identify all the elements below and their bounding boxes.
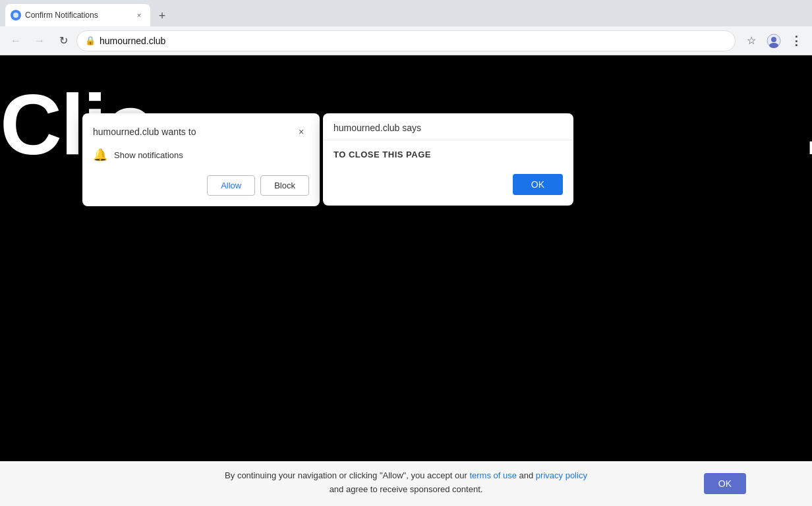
allow-button[interactable]: Allow — [207, 175, 255, 196]
address-bar[interactable]: 🔒 humourned.club — [76, 30, 736, 51]
star-button[interactable]: ☆ — [741, 30, 762, 51]
new-tab-button[interactable]: + — [153, 7, 171, 25]
js-dialog-ok-button[interactable]: OK — [513, 174, 563, 195]
footer-bar: By continuing your navigation or clickin… — [0, 461, 812, 506]
notif-popup-close-button[interactable]: × — [293, 124, 309, 140]
tab-title: Confirm Notifications — [25, 11, 129, 20]
tab-close-button[interactable]: × — [133, 9, 145, 21]
notif-description: Show notifications — [114, 150, 183, 160]
notification-permission-popup: humourned.club wants to × 🔔 Show notific… — [82, 113, 320, 206]
toolbar-actions: ☆ ⋮ — [741, 30, 807, 51]
active-tab: Confirm Notifications × — [5, 4, 150, 26]
js-dialog-header: humourned.club says — [323, 113, 573, 140]
footer-and-text: and — [519, 470, 534, 480]
reload-button[interactable]: ↻ — [53, 30, 74, 51]
js-dialog-body: TO CLOSE THIS PAGE — [323, 140, 573, 169]
js-dialog-actions: OK — [323, 169, 573, 206]
notif-popup-header: humourned.club wants to × — [82, 113, 320, 145]
svg-point-1 — [13, 13, 18, 18]
footer-text-line2: and agree to receive sponsored content. — [11, 483, 801, 497]
tab-favicon — [11, 10, 21, 20]
toolbar: ← → ↻ 🔒 humourned.club ☆ ⋮ — [0, 26, 812, 55]
forward-button[interactable]: → — [29, 30, 50, 51]
back-button[interactable]: ← — [5, 30, 26, 51]
notif-popup-title: humourned.club wants to — [93, 126, 196, 137]
footer-ok-button[interactable]: OK — [704, 473, 746, 494]
menu-button[interactable]: ⋮ — [786, 30, 807, 51]
svg-point-3 — [771, 37, 776, 42]
account-button[interactable] — [763, 30, 784, 51]
url-text: humourned.club — [100, 36, 727, 46]
tab-bar: Confirm Notifications × + — [0, 0, 812, 26]
footer-text-before: By continuing your navigation or clickin… — [225, 470, 467, 480]
block-button[interactable]: Block — [260, 175, 309, 196]
page-content: Clic .club says you are not humourned.cl… — [0, 55, 812, 506]
terms-of-use-link[interactable]: terms of use — [469, 470, 517, 480]
browser-frame: Confirm Notifications × + ← → ↻ 🔒 humour… — [0, 0, 812, 506]
bell-icon: 🔔 — [93, 148, 107, 162]
footer-text-line1: By continuing your navigation or clickin… — [11, 469, 801, 483]
privacy-policy-link[interactable]: privacy policy — [536, 470, 587, 480]
js-dialog: humourned.club says TO CLOSE THIS PAGE O… — [323, 113, 573, 206]
svg-point-4 — [769, 43, 778, 48]
notif-popup-body: 🔔 Show notifications — [82, 145, 320, 170]
lock-icon: 🔒 — [85, 36, 96, 45]
notif-popup-actions: Allow Block — [82, 170, 320, 206]
